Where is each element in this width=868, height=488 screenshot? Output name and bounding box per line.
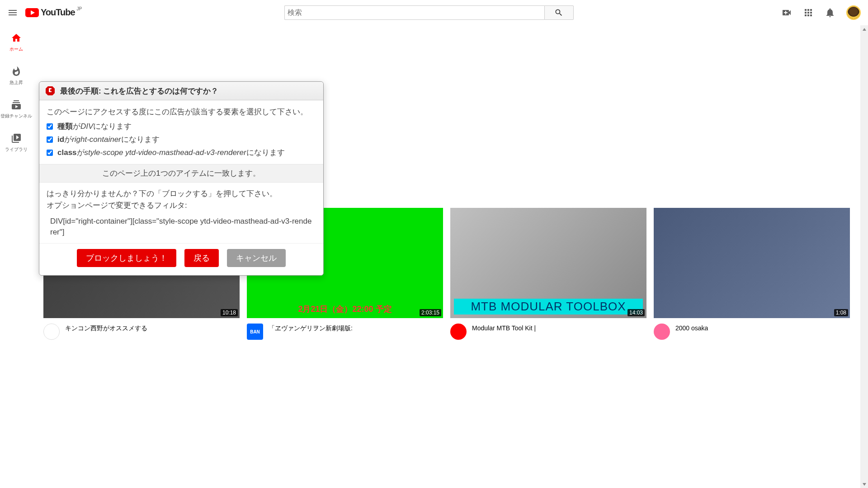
stop-icon (45, 85, 56, 96)
library-icon (11, 133, 22, 144)
video-title: 「ヱヴァンゲリヲン新劇場版: (269, 324, 353, 340)
channel-avatar[interactable] (654, 324, 670, 340)
sidebar: ホーム 急上昇 登録チャンネル ライブラリ (0, 25, 33, 488)
sidebar-item-label: ホーム (9, 46, 23, 52)
dialog-header: 最後の手順: これを広告とするのは何ですか？ (39, 82, 323, 100)
video-thumbnail[interactable]: MTB MODULAR TOOLBOX 14:03 (450, 208, 646, 318)
search-box (284, 5, 574, 20)
subscriptions-icon (11, 99, 22, 110)
search-input[interactable] (284, 5, 544, 20)
video-duration: 2:03:15 (420, 309, 441, 316)
sidebar-item-subscriptions[interactable]: 登録チャンネル (0, 92, 33, 126)
channel-avatar[interactable] (450, 324, 467, 340)
user-avatar[interactable] (846, 5, 861, 20)
apps-button[interactable] (799, 4, 817, 22)
sidebar-item-label: 登録チャンネル (0, 113, 32, 119)
video-duration: 10:18 (221, 309, 238, 316)
sidebar-item-label: ライブラリ (5, 146, 28, 153)
filter-check-type[interactable]: 種類がDIVになります (47, 121, 316, 131)
video-title: Modular MTB Tool Kit | (472, 324, 536, 340)
video-duration: 14:03 (627, 309, 645, 316)
check-strong: class (57, 148, 77, 157)
scroll-up-button[interactable] (860, 25, 868, 33)
bell-icon (825, 7, 835, 18)
dialog-footer: ブロックしましょう！ 戻る キャンセル (39, 243, 323, 275)
svg-rect-5 (50, 91, 52, 93)
adblock-dialog: 最後の手順: これを広告とするのは何ですか？ このページにアクセスする度にこの広… (39, 81, 324, 276)
check-strong: 種類 (57, 122, 73, 131)
block-button[interactable]: ブロックしましょう！ (77, 249, 176, 267)
sidebar-item-trending[interactable]: 急上昇 (0, 59, 33, 92)
dialog-title: 最後の手順: これを広告とするのは何ですか？ (60, 86, 218, 96)
help-text-1: はっきり分かりませんか？下の「ブロックする」を押して下さい。 (47, 188, 316, 200)
apps-icon (803, 7, 814, 18)
dialog-lower: はっきり分かりませんか？下の「ブロックする」を押して下さい。 オプションページで… (39, 183, 323, 243)
sidebar-item-label: 急上昇 (9, 80, 23, 86)
video-title: キンコン西野がオススメする (65, 324, 147, 340)
logo[interactable]: YouTube JP (25, 7, 82, 18)
search-icon (554, 8, 563, 17)
video-plus-icon (781, 7, 792, 18)
checkbox[interactable] (47, 136, 53, 143)
dialog-body: このページにアクセスする度にこの広告が該当する要素を選択して下さい。 種類がDI… (39, 100, 323, 164)
help-text-2: オプションページで変更できるフィルタ: (47, 200, 316, 211)
match-count: このページ上の1つのアイテムに一致します。 (39, 164, 323, 183)
video-duration: 1:08 (834, 309, 848, 316)
avatar-image (848, 7, 859, 19)
notifications-button[interactable] (821, 4, 839, 22)
trending-icon (11, 66, 22, 77)
promo-text: 2月21日（金）22:00 予定 (298, 304, 392, 314)
cancel-button[interactable]: キャンセル (227, 249, 286, 267)
svg-marker-6 (863, 28, 866, 31)
dialog-instruction: このページにアクセスする度にこの広告が該当する要素を選択して下さい。 (47, 106, 316, 118)
vertical-scrollbar[interactable] (860, 25, 868, 488)
filter-check-id[interactable]: idがright-containerになります (47, 134, 316, 145)
filter-selector: DIV[id="right-container"][class="style-s… (47, 211, 316, 238)
video-title: 2000 osaka (675, 324, 708, 340)
video-thumbnail[interactable]: 1:08 (654, 208, 850, 318)
search-button[interactable] (544, 5, 574, 20)
header-right (776, 4, 861, 22)
thumb-overlay-text: MTB MODULAR TOOLBOX (454, 299, 643, 314)
check-strong: id (57, 135, 64, 144)
filter-check-class[interactable]: classがstyle-scope ytd-video-masthead-ad-… (47, 147, 316, 158)
checkbox[interactable] (47, 150, 53, 156)
country-code: JP (77, 6, 82, 11)
header-center (82, 5, 776, 20)
checkbox[interactable] (47, 123, 53, 130)
sidebar-item-home[interactable]: ホーム (0, 25, 33, 59)
menu-icon[interactable] (7, 7, 18, 18)
svg-marker-7 (863, 483, 866, 486)
video-card[interactable]: MTB MODULAR TOOLBOX 14:03 Modular MTB To… (450, 208, 646, 340)
video-card[interactable]: 1:08 2000 osaka (654, 208, 850, 340)
channel-avatar[interactable] (43, 324, 60, 340)
back-button[interactable]: 戻る (184, 249, 219, 267)
create-button[interactable] (778, 4, 796, 22)
brand-text: YouTube (41, 7, 75, 18)
svg-rect-4 (49, 88, 52, 89)
home-icon (11, 33, 22, 43)
header: YouTube JP (0, 0, 868, 25)
scroll-down-button[interactable] (860, 480, 868, 488)
channel-avatar[interactable]: BAN (247, 324, 263, 340)
sidebar-item-library[interactable]: ライブラリ (0, 126, 33, 159)
